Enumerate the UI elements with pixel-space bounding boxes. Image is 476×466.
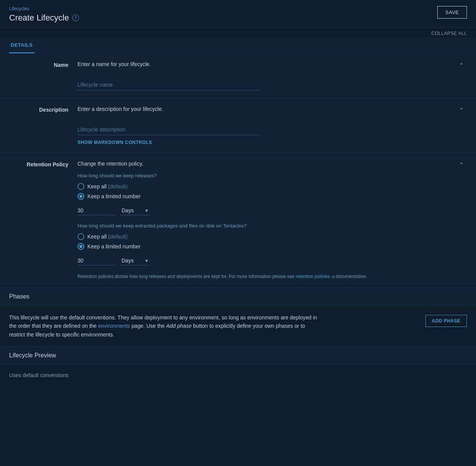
tab-details[interactable]: DETAILS	[9, 38, 34, 53]
packages-number-input[interactable]	[77, 256, 115, 265]
lifecycle-preview-content: Uses default conventions	[0, 365, 476, 386]
packages-limited-radio[interactable]	[77, 243, 84, 250]
retention-link[interactable]: retention policies	[296, 274, 330, 279]
help-icon[interactable]: ?	[72, 14, 79, 21]
releases-unit-select[interactable]: Days Items	[120, 206, 150, 215]
description-section: Description Enter a description for your…	[0, 98, 476, 153]
packages-question: How long should we keep extracted packag…	[77, 223, 467, 229]
external-link-icon: ⧉	[332, 274, 335, 280]
packages-limited-label: Keep a limited number	[87, 243, 141, 250]
releases-number-input[interactable]	[77, 206, 115, 215]
description-description: Enter a description for your lifecycle.	[77, 106, 467, 112]
phases-text: This lifecycle will use the default conv…	[9, 313, 321, 339]
name-description: Enter a name for your lifecycle.	[77, 61, 467, 67]
retention-label: Retention Policy	[9, 161, 77, 280]
retention-note-text: Retention policies dictate how long rele…	[77, 274, 294, 279]
packages-keep-all-radio[interactable]	[77, 233, 84, 240]
show-markdown-button[interactable]: SHOW MARKDOWN CONTROLS	[77, 140, 152, 145]
phases-content: This lifecycle will use the default conv…	[0, 306, 476, 347]
collapse-all-button[interactable]: COLLAPSE ALL	[0, 28, 476, 38]
packages-radio-group: Keep all (default) Keep a limited number	[77, 233, 467, 250]
releases-limited-option[interactable]: Keep a limited number	[77, 193, 467, 200]
retention-note-suffix: documentation.	[336, 274, 367, 279]
packages-input-row: Days Items ▼	[77, 256, 467, 265]
releases-radio-group: Keep all (default) Keep a limited number	[77, 183, 467, 200]
phases-header: Phases	[0, 288, 476, 306]
environments-link[interactable]: environments	[98, 323, 130, 329]
name-label: Name	[9, 61, 77, 90]
tabs-bar: DETAILS	[0, 38, 476, 54]
lifecycle-preview-header: Lifecycle Preview	[0, 347, 476, 365]
page-header: Lifecycles Create Lifecycle ? SAVE	[0, 0, 476, 28]
save-button[interactable]: SAVE	[437, 6, 467, 19]
phases-text-2: page. Use the	[131, 323, 164, 329]
page-title-text: Create Lifecycle	[9, 13, 69, 23]
lifecycle-name-input[interactable]	[77, 79, 260, 90]
releases-keep-all-label: Keep all (default)	[87, 183, 128, 190]
name-content: Enter a name for your lifecycle. ⌃	[77, 61, 467, 90]
releases-question: How long should we keep releases?	[77, 173, 467, 179]
releases-keep-all-option[interactable]: Keep all (default)	[77, 183, 467, 190]
retention-section: Retention Policy Change the retention po…	[0, 153, 476, 288]
lifecycle-description-input[interactable]	[77, 124, 260, 135]
page-title: Create Lifecycle ?	[9, 13, 79, 23]
releases-keep-all-radio[interactable]	[77, 183, 84, 190]
packages-unit-select[interactable]: Days Items	[120, 256, 150, 265]
retention-note: Retention policies dictate how long rele…	[77, 273, 467, 280]
add-phase-button[interactable]: ADD PHASE	[425, 315, 467, 327]
lifecycle-preview-text: Uses default conventions	[9, 372, 68, 378]
breadcrumb[interactable]: Lifecycles	[9, 6, 79, 11]
name-section: Name Enter a name for your lifecycle. ⌃	[0, 54, 476, 98]
description-content: Enter a description for your lifecycle. …	[77, 106, 467, 145]
packages-limited-option[interactable]: Keep a limited number	[77, 243, 467, 250]
packages-unit-wrapper: Days Items ▼	[120, 256, 150, 265]
releases-limited-radio[interactable]	[77, 193, 84, 200]
name-chevron-icon[interactable]: ⌃	[459, 62, 464, 69]
releases-input-row: Days Items ▼	[77, 206, 467, 215]
retention-chevron-icon[interactable]: ⌃	[459, 161, 464, 169]
packages-keep-all-label: Keep all (default)	[87, 234, 128, 240]
phases-italic-text: Add phase	[166, 323, 191, 329]
packages-keep-all-option[interactable]: Keep all (default)	[77, 233, 467, 240]
retention-description: Change the retention policy.	[77, 161, 467, 167]
releases-limited-label: Keep a limited number	[87, 193, 141, 199]
releases-unit-wrapper: Days Items ▼	[120, 206, 150, 215]
retention-content: Change the retention policy. ⌃ How long …	[77, 161, 467, 280]
description-label: Description	[9, 106, 77, 145]
description-chevron-icon[interactable]: ⌃	[459, 107, 464, 114]
